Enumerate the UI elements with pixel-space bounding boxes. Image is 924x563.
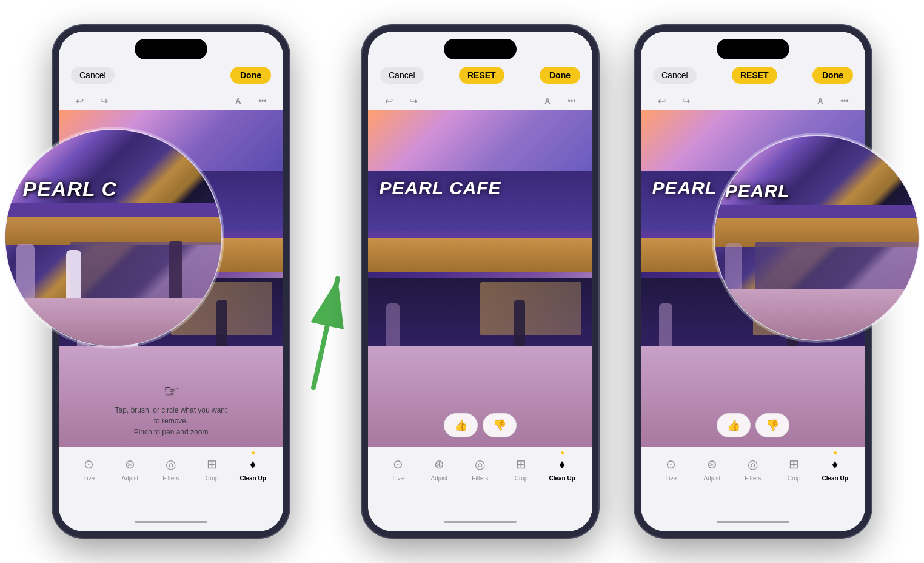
adjust-icon-1: ⊛ — [121, 456, 138, 473]
redo-icon-1[interactable]: ↪ — [95, 92, 112, 109]
person-left-1 — [16, 244, 35, 298]
phone-3-toolbar2: ↩ ↪ A ••• — [641, 92, 865, 109]
cleanup-label-1: Clean Up — [240, 475, 266, 482]
more-icon-3[interactable]: ••• — [836, 92, 853, 109]
live-label-2: Live — [393, 475, 404, 482]
phones-container: PEARL C — [0, 0, 924, 563]
filters-icon-3: ◎ — [745, 456, 762, 473]
person-right-1 — [169, 241, 182, 298]
cleanup-icon-3: ♦ — [826, 456, 843, 473]
gesture-hint-1: ☞ Tap, brush, or circle what you want to… — [115, 381, 227, 437]
live-icon-2: ⊙ — [390, 456, 407, 473]
filters-label-1: Filters — [162, 475, 179, 482]
person-center-1 — [66, 250, 81, 298]
undo-icon-1[interactable]: ↩ — [71, 92, 88, 109]
cancel-button-2[interactable]: Cancel — [380, 67, 424, 84]
live-label-1: Live — [84, 475, 95, 482]
zoom-circle-1-photo: PEARL C — [5, 130, 221, 346]
bottom-toolbar-1: ⊙ Live ⊛ Adjust ◎ Filters — [59, 447, 283, 527]
crop-icon-1: ⊞ — [204, 456, 221, 473]
undo-icon-3[interactable]: ↩ — [653, 92, 670, 109]
photo-content-2: PEARL CAFE — [368, 110, 592, 447]
toolbar-live-2[interactable]: ⊙ Live — [380, 456, 417, 482]
phone-1-wrapper: PEARL C — [53, 25, 289, 538]
auto-icon-2[interactable]: A — [539, 92, 556, 109]
live-label-3: Live — [666, 475, 677, 482]
cancel-button-3[interactable]: Cancel — [653, 67, 697, 84]
more-icon-1[interactable]: ••• — [254, 92, 271, 109]
toolbar-icons-3: ⊙ Live ⊛ Adjust ◎ Filters — [641, 447, 865, 482]
person-left-3 — [725, 243, 742, 289]
toolbar-cleanup-3[interactable]: ♦ Clean Up — [817, 451, 853, 482]
toolbar-icons-2: ⊙ Live ⊛ Adjust ◎ Filters — [368, 447, 592, 482]
toolbar-adjust-3[interactable]: ⊛ Adjust — [694, 456, 730, 482]
circle-stripe-1 — [5, 203, 221, 217]
toolbar2-left-1: ↩ ↪ — [71, 92, 112, 109]
toolbar-crop-2[interactable]: ⊞ Crop — [503, 456, 540, 482]
done-button-3[interactable]: Done — [812, 67, 853, 84]
thumbs-up-button-3[interactable]: 👍 — [717, 413, 751, 437]
toolbar-live-3[interactable]: ⊙ Live — [653, 456, 689, 482]
toolbar-live-1[interactable]: ⊙ Live — [71, 456, 107, 482]
home-indicator-2 — [444, 521, 517, 523]
adjust-label-2: Adjust — [430, 475, 447, 482]
pearl-text-3: PEARL — [652, 178, 717, 198]
adjust-label-3: Adjust — [703, 475, 720, 482]
phone-1-topbar: Cancel Done — [59, 67, 283, 84]
live-icon-3: ⊙ — [663, 456, 680, 473]
cleanup-label-2: Clean Up — [549, 475, 575, 482]
phone-2-topbar: Cancel RESET Done — [368, 67, 592, 84]
toolbar-filters-3[interactable]: ◎ Filters — [735, 456, 771, 482]
toolbar-cleanup-1[interactable]: ♦ Clean Up — [235, 451, 271, 482]
bottom-toolbar-2: ⊙ Live ⊛ Adjust ◎ Filters — [368, 447, 592, 527]
display-case-2 — [480, 282, 581, 336]
cleanup-icon-2: ♦ — [554, 456, 571, 473]
dynamic-island-3 — [717, 39, 789, 59]
toolbar-filters-1[interactable]: ◎ Filters — [153, 456, 189, 482]
done-button-2[interactable]: Done — [540, 67, 580, 84]
reset-button-3[interactable]: RESET — [732, 67, 777, 84]
circle-stripe-3 — [715, 205, 919, 218]
feedback-buttons-2: 👍 👎 — [444, 413, 517, 437]
home-indicator-1 — [135, 521, 207, 523]
thumbs-down-button-2[interactable]: 👎 — [483, 413, 517, 437]
undo-icon-2[interactable]: ↩ — [380, 92, 397, 109]
person-c-2 — [514, 300, 525, 346]
toolbar-adjust-2[interactable]: ⊛ Adjust — [421, 456, 457, 482]
cleanup-label-3: Clean Up — [822, 475, 848, 482]
redo-icon-3[interactable]: ↪ — [677, 92, 694, 109]
redo-icon-2[interactable]: ↪ — [404, 92, 421, 109]
toolbar-crop-1[interactable]: ⊞ Crop — [194, 456, 230, 482]
toolbar-cleanup-2[interactable]: ♦ Clean Up — [544, 451, 580, 482]
toolbar-adjust-1[interactable]: ⊛ Adjust — [112, 456, 148, 482]
person-a-3 — [659, 303, 672, 346]
toolbar-filters-2[interactable]: ◎ Filters — [462, 456, 498, 482]
roof-2 — [368, 238, 592, 272]
zoom-circle-3: PEARL — [714, 135, 920, 341]
reset-button-2[interactable]: RESET — [459, 67, 504, 84]
toolbar-crop-3[interactable]: ⊞ Crop — [776, 456, 812, 482]
crop-icon-2: ⊞ — [513, 456, 530, 473]
green-arrow-svg — [301, 266, 350, 418]
phone-1-toolbar2: ↩ ↪ A ••• — [59, 92, 283, 109]
phone-3-wrapper: PEARL — [635, 25, 871, 538]
more-icon-2[interactable]: ••• — [563, 92, 580, 109]
auto-icon-3[interactable]: A — [812, 92, 829, 109]
home-indicator-3 — [717, 521, 789, 523]
live-icon-1: ⊙ — [81, 456, 98, 473]
auto-icon-1[interactable]: A — [230, 92, 247, 109]
toolbar2-left-3: ↩ ↪ — [653, 92, 694, 109]
done-button-1[interactable]: Done — [230, 67, 271, 84]
arrow-container — [301, 206, 350, 357]
phone-2: Cancel RESET Done ↩ ↪ A ••• — [362, 25, 598, 538]
zoom-circle-3-photo: PEARL — [715, 136, 919, 340]
toolbar2-right-3: A ••• — [812, 92, 853, 109]
dynamic-island-1 — [135, 39, 207, 59]
crop-label-2: Crop — [515, 475, 528, 482]
cancel-button-1[interactable]: Cancel — [71, 67, 115, 84]
thumbs-down-button-3[interactable]: 👎 — [755, 413, 789, 437]
phone-2-wrapper: Cancel RESET Done ↩ ↪ A ••• — [362, 25, 598, 538]
thumbs-up-button-2[interactable]: 👍 — [444, 413, 478, 437]
circle-roof-1 — [5, 212, 221, 245]
cleanup-dot-2 — [561, 451, 564, 454]
